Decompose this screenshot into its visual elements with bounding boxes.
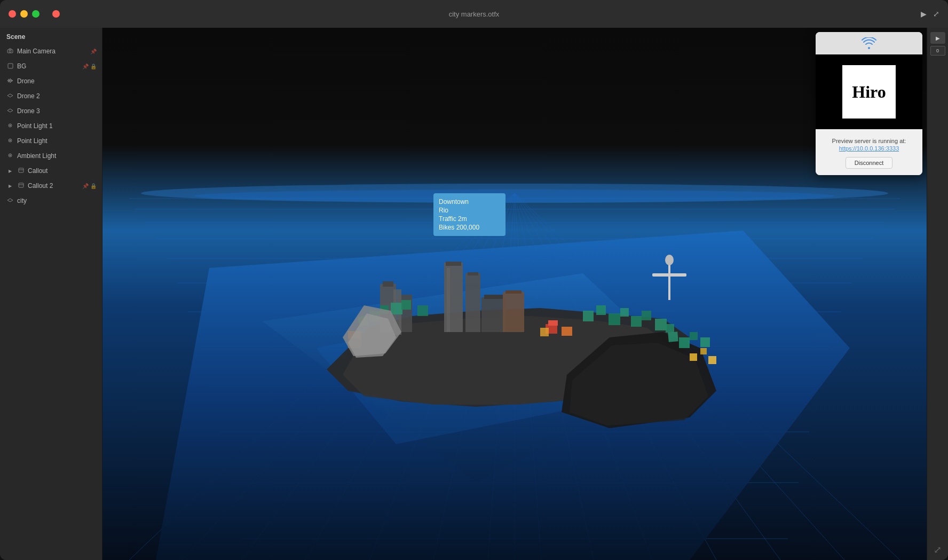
hiro-marker: Hiro <box>842 65 896 119</box>
svg-rect-87 <box>679 337 690 348</box>
svg-rect-64 <box>417 305 428 316</box>
svg-rect-56 <box>484 295 503 299</box>
svg-rect-77 <box>562 327 572 336</box>
svg-rect-9 <box>19 168 23 172</box>
svg-rect-53 <box>465 273 480 332</box>
svg-rect-55 <box>481 297 505 332</box>
sidebar-item-drone2[interactable]: Drone 2 <box>0 89 102 104</box>
strip-expand-arrow[interactable]: ⤢ <box>934 544 942 556</box>
svg-rect-82 <box>652 273 686 277</box>
traffic-lights <box>9 10 60 18</box>
svg-point-8 <box>10 155 11 156</box>
city-plane-icon <box>6 198 14 204</box>
plane-icon-2 <box>6 93 14 99</box>
scene-svg: Downtown Rio Traffic 2m Bikes 200,000 <box>102 28 927 560</box>
right-panel-strip: ▶ 0 ⤢ <box>927 28 948 560</box>
svg-rect-66 <box>596 305 606 315</box>
callout-marker: Downtown Rio Traffic 2m Bikes 200,000 <box>433 193 505 236</box>
camera-icon <box>6 48 14 54</box>
maximize-button[interactable] <box>32 10 40 18</box>
wifi-icon <box>862 37 876 49</box>
svg-rect-71 <box>655 319 667 330</box>
expand-arrow-icon-2: ▶ <box>6 184 14 188</box>
sidebar-item-point-light-1[interactable]: Point Light 1 <box>0 119 102 133</box>
svg-rect-57 <box>503 292 524 332</box>
titlebar: city markers.otfx ▶ ⤢ <box>0 0 948 28</box>
svg-rect-89 <box>700 337 710 347</box>
svg-rect-2 <box>8 64 13 68</box>
svg-rect-63 <box>401 300 411 310</box>
sidebar-header: Scene <box>0 28 102 44</box>
close-button[interactable] <box>9 10 16 18</box>
svg-rect-86 <box>668 332 678 342</box>
sidebar-item-label-drone: Drone <box>17 77 97 85</box>
titlebar-controls: ▶ ⤢ <box>921 10 939 18</box>
sidebar-item-actions-callout2: 📌 🔒 <box>82 183 97 189</box>
sidebar-item-label-bg: BG <box>17 62 79 70</box>
sidebar-item-city[interactable]: city <box>0 193 102 208</box>
hiro-text: Hiro <box>852 82 886 102</box>
sidebar-item-callout2[interactable]: ▶ Callout 2 📌 🔒 <box>0 178 102 193</box>
sidebar-item-label-callout2: Callout 2 <box>28 182 79 190</box>
svg-rect-51 <box>446 262 461 266</box>
minimize-button[interactable] <box>20 10 28 18</box>
viewport[interactable]: Downtown Rio Traffic 2m Bikes 200,000 <box>102 28 927 560</box>
svg-rect-92 <box>708 356 716 364</box>
app-window: city markers.otfx ▶ ⤢ Scene Main Camera … <box>0 0 948 560</box>
sidebar-item-label-point-light-1: Point Light 1 <box>17 122 97 130</box>
svg-text:Rio: Rio <box>439 207 448 214</box>
expand-arrow-icon: ▶ <box>6 169 14 173</box>
preview-panel: Hiro Preview server is running at: https… <box>816 32 922 175</box>
light-icon-1 <box>6 123 14 129</box>
preview-panel-header <box>816 32 922 54</box>
extra-close-button[interactable] <box>52 10 60 18</box>
play-button[interactable]: ▶ <box>921 10 927 18</box>
plane-icon-3 <box>6 108 14 114</box>
sidebar-item-bg[interactable]: BG 📌 🔒 <box>0 59 102 74</box>
expand-button[interactable]: ⤢ <box>933 10 939 18</box>
svg-point-83 <box>665 255 674 265</box>
sidebar-item-drone[interactable]: Drone <box>0 74 102 89</box>
disconnect-button[interactable]: Disconnect <box>846 157 892 169</box>
preview-status-text: Preview server is running at: <box>832 138 906 144</box>
svg-point-1 <box>9 50 11 52</box>
strip-play-button[interactable]: ▶ <box>930 32 945 44</box>
sidebar-item-point-light[interactable]: Point Light <box>0 133 102 148</box>
main-content: Scene Main Camera 📌 BG 📌 🔒 <box>0 28 948 560</box>
sidebar-item-actions: 📌 <box>90 49 97 54</box>
strip-value-input[interactable]: 0 <box>930 46 945 56</box>
svg-rect-72 <box>666 324 674 333</box>
sidebar-item-ambient-light[interactable]: Ambient Light <box>0 148 102 163</box>
sidebar: Scene Main Camera 📌 BG 📌 🔒 <box>0 28 102 560</box>
sidebar-item-callout[interactable]: ▶ Callout <box>0 163 102 178</box>
svg-rect-91 <box>700 348 707 354</box>
svg-text:Downtown: Downtown <box>439 198 469 206</box>
preview-footer: Preview server is running at: https://10… <box>816 129 922 175</box>
sidebar-item-actions-bg: 📌 🔒 <box>82 64 97 69</box>
sidebar-item-main-camera[interactable]: Main Camera 📌 <box>0 44 102 59</box>
sidebar-item-label-point-light: Point Light <box>17 137 97 145</box>
sidebar-item-label-drone2: Drone 2 <box>17 92 97 100</box>
window-title: city markers.otfx <box>449 10 500 18</box>
group-icon-2 <box>17 183 25 189</box>
svg-rect-47 <box>383 281 393 287</box>
group-icon <box>17 168 25 174</box>
svg-rect-67 <box>609 313 620 325</box>
svg-rect-70 <box>642 311 651 320</box>
svg-rect-65 <box>583 311 594 321</box>
preview-link[interactable]: https://10.0.0.136:3333 <box>822 145 916 152</box>
svg-rect-76 <box>548 320 558 326</box>
sidebar-item-label-drone3: Drone 3 <box>17 107 97 115</box>
svg-rect-68 <box>620 308 629 317</box>
sidebar-item-drone3[interactable]: Drone 3 <box>0 104 102 119</box>
light-icon-2 <box>6 138 14 144</box>
plane-icon <box>6 78 14 84</box>
object-icon <box>6 63 14 70</box>
light-icon-3 <box>6 153 14 159</box>
svg-text:Traffic 2m: Traffic 2m <box>439 215 467 223</box>
sidebar-item-label-main-camera: Main Camera <box>17 48 87 55</box>
svg-text:Bikes 200,000: Bikes 200,000 <box>439 224 479 231</box>
svg-point-6 <box>10 140 11 141</box>
sidebar-item-label-ambient-light: Ambient Light <box>17 152 97 160</box>
sidebar-item-label-callout: Callout <box>28 167 97 175</box>
